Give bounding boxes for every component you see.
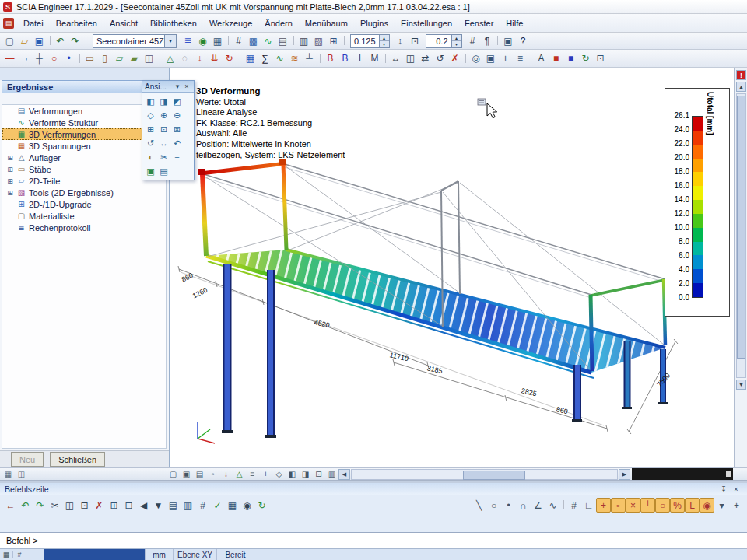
scale-auto-icon[interactable]: ↕ — [393, 33, 408, 48]
steel-code-check-icon[interactable]: B — [323, 51, 338, 66]
draw-point-icon[interactable]: • — [501, 498, 516, 513]
section-line-icon[interactable]: — — [2, 51, 17, 66]
ucs-icon[interactable]: + — [498, 51, 513, 66]
vertical-scrollbar[interactable] — [736, 93, 746, 378]
view-palette[interactable]: Ansi... ▾ × ◧◨◩◇⊕⊖⊞⊡⊠↺↔↶◐✂≡▣▤ — [142, 80, 195, 180]
scroll-left-icon[interactable]: ◀ — [338, 469, 350, 480]
print-view-icon[interactable]: ▥ — [325, 467, 338, 481]
numbering-icon[interactable]: # — [465, 33, 480, 48]
accept-icon[interactable]: ✓ — [210, 498, 225, 513]
model-viewport[interactable]: 3D Verformung Werte: UtotalLineare Analy… — [170, 68, 734, 467]
separator[interactable] — [237, 52, 243, 65]
layer-quick-icon[interactable]: ◫ — [15, 467, 28, 481]
close-button[interactable]: Schließen — [50, 452, 105, 467]
zoom-window-icon[interactable]: ⊞ — [144, 122, 157, 136]
wall-tool-icon[interactable]: ▰ — [127, 51, 142, 66]
horizontal-scrollbar-thumb[interactable] — [463, 471, 525, 480]
grid-snap-icon[interactable]: # — [195, 498, 210, 513]
ucs-toggle-icon[interactable]: + — [729, 498, 744, 513]
spin-up-icon[interactable] — [380, 35, 389, 42]
image-gallery-icon[interactable]: ▨ — [311, 33, 326, 48]
menu-ansicht[interactable]: Ansicht — [103, 16, 144, 30]
menu-fenster[interactable]: Fenster — [458, 16, 500, 30]
show-axes-icon[interactable]: + — [259, 467, 272, 481]
results-icon[interactable]: ∿ — [261, 33, 275, 48]
tree-item-2d-1d-upgrade[interactable]: ⊞ 2D-/1D-Upgrade — [2, 198, 166, 210]
menu-menuebaum[interactable]: Menübaum — [299, 16, 354, 30]
expand-icon[interactable]: ⊞ — [6, 177, 14, 185]
table-editor-icon[interactable]: ⊞ — [326, 33, 341, 48]
select-red-icon[interactable]: ■ — [549, 51, 563, 66]
beam-tool-icon[interactable]: ▭ — [82, 51, 97, 66]
view-settings-icon[interactable]: ▦ — [210, 33, 225, 48]
status-snap-icon[interactable]: # — [13, 551, 26, 558]
redo-cmd-icon[interactable]: ↷ — [33, 498, 47, 513]
result-scale-input[interactable]: 0.125 — [350, 34, 390, 48]
scale-lock-icon[interactable]: ⊡ — [408, 33, 423, 48]
rendered-view-icon[interactable]: ▣ — [180, 467, 193, 481]
separator[interactable] — [382, 52, 388, 65]
recalc-icon[interactable]: ↻ — [254, 498, 269, 513]
open-project-icon[interactable]: ▱ — [17, 33, 32, 48]
view-direction-icon[interactable]: ◧ — [286, 467, 299, 481]
deformation-icon[interactable]: ∿ — [272, 51, 287, 66]
show-loads-icon[interactable]: ↓ — [219, 467, 233, 481]
horizontal-scrollbar[interactable] — [351, 469, 618, 480]
previous-view-icon[interactable]: ↶ — [170, 136, 184, 150]
spin-down-icon[interactable] — [380, 41, 389, 47]
visibility-filter-icon[interactable]: ◎ — [468, 51, 483, 66]
grid-line-icon[interactable]: ┼ — [32, 51, 47, 66]
snap-midpoint-icon[interactable]: + — [596, 498, 611, 513]
draw-arc-icon[interactable]: ∩ — [516, 498, 531, 513]
line-load-icon[interactable]: ⇊ — [207, 51, 222, 66]
mirror-icon[interactable]: ⇄ — [418, 51, 433, 66]
mesh-display-icon[interactable]: ▦ — [225, 498, 240, 513]
layer-manager-icon[interactable]: ≡ — [513, 51, 528, 66]
scroll-right-icon[interactable]: ▶ — [619, 469, 630, 480]
profile-library-icon[interactable]: I — [352, 51, 367, 66]
mesh-icon[interactable]: ▩ — [246, 33, 261, 48]
status-grid-icon[interactable]: ▦ — [0, 551, 13, 558]
spin-up-icon[interactable] — [452, 35, 461, 42]
node-tool-icon[interactable]: • — [61, 51, 76, 66]
print-screen-icon[interactable]: ▤ — [157, 164, 170, 178]
chevron-down-icon[interactable] — [164, 35, 176, 47]
undo-cmd-icon[interactable]: ↶ — [18, 498, 33, 513]
concrete-design-icon[interactable]: B — [338, 51, 352, 66]
snap-length-icon[interactable]: L — [685, 498, 700, 513]
plate-tool-icon[interactable]: ▱ — [112, 51, 127, 66]
axonometric-icon[interactable]: ◇ — [144, 108, 157, 122]
view-params-icon[interactable]: ≡ — [170, 150, 184, 164]
menu-plugins[interactable]: Plugins — [354, 16, 395, 30]
filter-icon[interactable]: ▼ — [151, 498, 166, 513]
snap-perpendicular-icon[interactable]: ┴ — [640, 498, 655, 513]
chevron-down-icon[interactable]: ▾ — [173, 82, 182, 90]
delete-icon[interactable]: ✗ — [447, 51, 462, 66]
snap-intersection-icon[interactable]: × — [626, 498, 640, 513]
zoom-all-icon[interactable]: ⊡ — [157, 122, 170, 136]
printer-icon[interactable]: ▥ — [296, 33, 311, 48]
menu-hilfe[interactable]: Hilfe — [500, 16, 529, 30]
calculator-icon[interactable]: # — [231, 33, 246, 48]
refresh-icon[interactable]: ↻ — [578, 51, 593, 66]
menu-einstellungen[interactable]: Einstellungen — [395, 16, 458, 30]
view-z-icon[interactable]: ◩ — [170, 94, 184, 108]
move-icon[interactable]: ↔ — [388, 51, 403, 66]
redo-icon[interactable]: ↷ — [68, 33, 82, 48]
cut-icon[interactable]: ✂ — [47, 498, 62, 513]
surface-view-icon[interactable]: ▤ — [193, 467, 206, 481]
table-results-icon[interactable]: ▥ — [181, 498, 195, 513]
delete-cmd-icon[interactable]: ✗ — [92, 498, 107, 513]
spin-down-icon[interactable] — [452, 41, 461, 47]
view-y-icon[interactable]: ◨ — [157, 94, 170, 108]
separator[interactable] — [290, 34, 296, 47]
material-icon[interactable]: M — [367, 51, 382, 66]
tree-item-materialliste[interactable]: ▢ Materialliste — [2, 210, 166, 222]
clipping-box-icon[interactable]: ▣ — [483, 51, 498, 66]
select-all-icon[interactable]: ⊞ — [107, 498, 121, 513]
separator[interactable] — [495, 34, 501, 47]
circle-tool-icon[interactable]: ○ — [47, 51, 61, 66]
deselect-icon[interactable]: ⊟ — [121, 498, 136, 513]
draw-circle-icon[interactable]: ○ — [486, 498, 501, 513]
separator[interactable] — [156, 52, 163, 65]
